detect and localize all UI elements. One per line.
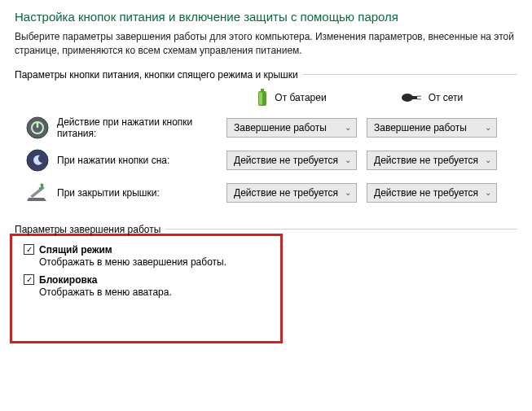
plug-icon bbox=[401, 92, 422, 103]
page-title: Настройка кнопок питания и включение защ… bbox=[15, 10, 517, 24]
sleep-button-label: При нажатии кнопки сна: bbox=[57, 155, 226, 166]
power-button-settings-group: Параметры кнопки питания, кнопки спящего… bbox=[15, 69, 517, 209]
sleep-mode-label: Спящий режим bbox=[39, 244, 112, 256]
lock-desc: Отображать в меню аватара. bbox=[39, 286, 269, 298]
shutdown-settings-group: Параметры завершения работы ✓ Спящий реж… bbox=[15, 224, 517, 343]
chevron-down-icon: ⌄ bbox=[345, 188, 351, 197]
chevron-down-icon: ⌄ bbox=[345, 155, 351, 164]
sleep-mode-desc: Отображать в меню завершения работы. bbox=[39, 256, 269, 268]
dropdown-value: Завершение работы bbox=[234, 122, 327, 133]
power-button-plugged-dropdown[interactable]: Завершение работы ⌄ bbox=[367, 118, 497, 138]
group-legend: Параметры кнопки питания, кнопки спящего… bbox=[15, 69, 517, 81]
sleep-mode-checkbox[interactable]: ✓ bbox=[24, 244, 34, 255]
dropdown-value: Завершение работы bbox=[374, 122, 467, 133]
chevron-down-icon: ⌄ bbox=[485, 155, 491, 164]
svg-rect-4 bbox=[411, 96, 417, 99]
power-button-row: Действие при нажатии кнопки питания: Зав… bbox=[15, 111, 517, 144]
laptop-lid-icon bbox=[26, 181, 49, 204]
sleep-button-plugged-dropdown[interactable]: Действие не требуется ⌄ bbox=[367, 151, 497, 170]
svg-rect-0 bbox=[261, 89, 264, 91]
battery-column-header: От батареи bbox=[226, 89, 357, 107]
plugged-column-header: От сети bbox=[367, 92, 497, 103]
svg-rect-2 bbox=[259, 92, 262, 105]
lock-checkbox[interactable]: ✓ bbox=[24, 274, 34, 285]
highlight-box: ✓ Спящий режим Отображать в меню заверше… bbox=[10, 234, 283, 343]
lid-close-label: При закрытии крышки: bbox=[57, 187, 226, 199]
lid-close-row: При закрытии крышки: Действие не требует… bbox=[15, 177, 517, 209]
chevron-down-icon: ⌄ bbox=[345, 123, 351, 132]
battery-column-label: От батареи bbox=[275, 92, 326, 103]
sleep-button-icon bbox=[26, 149, 49, 172]
svg-rect-6 bbox=[417, 98, 421, 100]
power-button-label: Действие при нажатии кнопки питания: bbox=[57, 116, 226, 139]
group-legend-text: Параметры кнопки питания, кнопки спящего… bbox=[15, 69, 298, 81]
svg-rect-5 bbox=[417, 95, 421, 97]
chevron-down-icon: ⌄ bbox=[485, 188, 491, 197]
dropdown-value: Действие не требуется bbox=[234, 187, 338, 199]
sleep-button-row: При нажатии кнопки сна: Действие не треб… bbox=[15, 144, 517, 177]
column-headers: От батареи От сети bbox=[15, 82, 517, 111]
divider bbox=[303, 74, 517, 75]
dropdown-value: Действие не требуется bbox=[374, 187, 478, 199]
divider bbox=[165, 229, 517, 230]
sleep-mode-option: ✓ Спящий режим Отображать в меню заверше… bbox=[24, 244, 269, 268]
dropdown-value: Действие не требуется bbox=[374, 155, 478, 166]
lid-close-battery-dropdown[interactable]: Действие не требуется ⌄ bbox=[226, 183, 357, 203]
plugged-column-label: От сети bbox=[429, 92, 464, 103]
group-legend-text: Параметры завершения работы bbox=[15, 224, 160, 235]
lock-label: Блокировка bbox=[39, 274, 98, 286]
power-button-icon bbox=[26, 116, 49, 139]
dropdown-value: Действие не требуется bbox=[234, 155, 338, 166]
battery-icon bbox=[257, 89, 268, 107]
lock-option: ✓ Блокировка Отображать в меню аватара. bbox=[24, 274, 269, 298]
power-button-battery-dropdown[interactable]: Завершение работы ⌄ bbox=[226, 118, 357, 138]
sleep-button-battery-dropdown[interactable]: Действие не требуется ⌄ bbox=[226, 151, 357, 170]
lid-close-plugged-dropdown[interactable]: Действие не требуется ⌄ bbox=[367, 183, 497, 203]
page-description: Выберите параметры завершения работы для… bbox=[15, 30, 517, 58]
chevron-down-icon: ⌄ bbox=[485, 123, 491, 132]
